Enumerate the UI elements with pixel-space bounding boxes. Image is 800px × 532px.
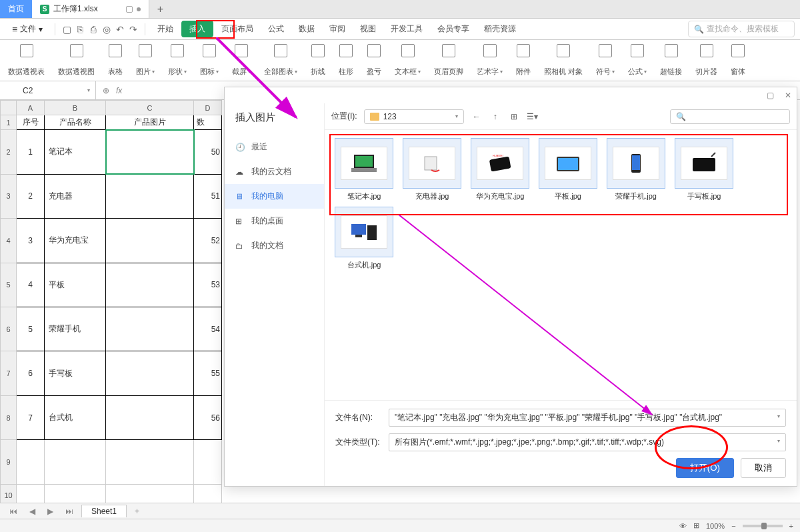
row-header[interactable]: 5 bbox=[1, 263, 17, 307]
sheet-next-icon[interactable]: ▶ bbox=[43, 507, 57, 516]
ribbon-照相机 对象[interactable]: 照相机 对象 bbox=[541, 43, 585, 78]
cancel-button[interactable]: 取消 bbox=[741, 458, 786, 478]
file-thumb[interactable]: 平板.jpg bbox=[537, 138, 599, 201]
cell[interactable] bbox=[106, 130, 194, 174]
ribbon-折线[interactable]: 折线 bbox=[308, 43, 328, 78]
sheet-last-icon[interactable]: ⏭ bbox=[61, 507, 77, 516]
ribbon-艺术字[interactable]: 艺术字▾ bbox=[474, 43, 505, 78]
file-thumb[interactable]: 台式机.jpg bbox=[333, 207, 395, 270]
cell[interactable]: 51 bbox=[194, 174, 222, 218]
cell[interactable]: 53 bbox=[194, 263, 222, 307]
layout-icon[interactable]: ⊞ bbox=[693, 521, 699, 530]
menu-tab-5[interactable]: 审阅 bbox=[323, 23, 352, 35]
cell[interactable] bbox=[106, 307, 194, 351]
ribbon-数据透视图[interactable]: 数据透视图 bbox=[55, 43, 97, 78]
cell[interactable]: 52 bbox=[194, 219, 222, 263]
tab-home[interactable]: 首页 bbox=[0, 0, 32, 18]
ribbon-超链接[interactable]: 超链接 bbox=[657, 43, 685, 78]
view-icon[interactable]: ☰▾ bbox=[527, 111, 539, 123]
row-header[interactable]: 4 bbox=[1, 219, 17, 263]
cell[interactable]: 1 bbox=[17, 130, 45, 174]
cell[interactable] bbox=[106, 351, 194, 395]
ribbon-表格[interactable]: 表格 bbox=[105, 43, 125, 78]
open-icon[interactable]: ⎘ bbox=[74, 23, 86, 35]
back-icon[interactable]: ← bbox=[471, 111, 483, 123]
cell[interactable]: 序号 bbox=[17, 115, 45, 130]
cell[interactable]: 数 bbox=[194, 115, 222, 130]
select-all-corner[interactable] bbox=[1, 101, 17, 115]
ribbon-页眉页脚[interactable]: 页眉页脚 bbox=[431, 43, 466, 78]
file-menu[interactable]: ≡ 文件 ▾ bbox=[5, 23, 49, 35]
menu-tab-0[interactable]: 开始 bbox=[151, 23, 180, 35]
cell[interactable]: 56 bbox=[194, 395, 222, 440]
ribbon-柱形[interactable]: 柱形 bbox=[336, 43, 356, 78]
cell[interactable]: 55 bbox=[194, 351, 222, 395]
cell[interactable]: 3 bbox=[17, 219, 45, 263]
file-thumb[interactable]: 笔记本.jpg bbox=[333, 138, 395, 201]
ribbon-文本框[interactable]: 文本框▾ bbox=[392, 43, 423, 78]
ribbon-符号[interactable]: 符号▾ bbox=[593, 43, 617, 78]
print-icon[interactable]: ⎙ bbox=[87, 23, 99, 35]
cell[interactable]: 2 bbox=[17, 174, 45, 218]
cell[interactable]: 荣耀手机 bbox=[45, 307, 106, 351]
sidebar-item-clock[interactable]: 🕘最近 bbox=[225, 135, 324, 159]
zoom-in-icon[interactable]: + bbox=[789, 522, 793, 530]
close-icon[interactable]: ✕ bbox=[785, 91, 791, 100]
tab-file[interactable]: S 工作簿1.xlsx bbox=[32, 0, 149, 18]
cell[interactable] bbox=[106, 263, 194, 307]
menu-tab-8[interactable]: 会员专享 bbox=[431, 23, 476, 35]
location-input[interactable]: 123 ▾ bbox=[364, 109, 464, 124]
menu-tab-6[interactable]: 视图 bbox=[353, 23, 383, 35]
col-header-C[interactable]: C bbox=[106, 101, 194, 115]
sheet-tab[interactable]: Sheet1 bbox=[81, 505, 127, 517]
sheet-first-icon[interactable]: ⏮ bbox=[5, 507, 21, 516]
menu-tab-4[interactable]: 数据 bbox=[292, 23, 321, 35]
sheet-prev-icon[interactable]: ◀ bbox=[25, 507, 39, 516]
cell[interactable] bbox=[106, 395, 194, 440]
tab-new[interactable]: + bbox=[149, 0, 171, 18]
undo-icon[interactable]: ↶ bbox=[114, 23, 126, 35]
file-thumb[interactable]: 充电器.jpg bbox=[401, 138, 463, 201]
cell[interactable]: 充电器 bbox=[45, 174, 106, 218]
file-thumb[interactable]: 荣耀手机.jpg bbox=[605, 138, 667, 201]
row-header-1[interactable]: 1 bbox=[1, 115, 17, 130]
row-header[interactable]: 8 bbox=[1, 395, 17, 440]
ribbon-图片[interactable]: 图片▾ bbox=[133, 43, 157, 78]
menu-tab-7[interactable]: 开发工具 bbox=[384, 23, 429, 35]
ribbon-全部图表[interactable]: 全部图表▾ bbox=[261, 43, 300, 78]
spreadsheet[interactable]: A B C D 1 序号 产品名称 产品图片 数 21笔记本5032充电器514… bbox=[0, 100, 222, 507]
cell[interactable]: 平板 bbox=[45, 263, 106, 307]
cell[interactable]: 50 bbox=[194, 130, 222, 174]
up-icon[interactable]: ↑ bbox=[489, 111, 501, 123]
ribbon-数据透视表[interactable]: 数据透视表 bbox=[5, 43, 47, 78]
cell[interactable]: 手写板 bbox=[45, 351, 106, 395]
ribbon-窗体[interactable]: 窗体 bbox=[728, 43, 748, 78]
row-header[interactable]: 6 bbox=[1, 307, 17, 351]
sidebar-item-cloud[interactable]: ☁我的云文档 bbox=[225, 159, 324, 184]
cell[interactable]: 华为充电宝 bbox=[45, 219, 106, 263]
cell[interactable]: 6 bbox=[17, 351, 45, 395]
filename-input[interactable]: "笔记本.jpg" "充电器.jpg" "华为充电宝.jpg" "平板.jpg"… bbox=[389, 409, 786, 427]
file-thumb[interactable]: 手写板.jpg bbox=[673, 138, 735, 201]
add-sheet-icon[interactable]: + bbox=[131, 507, 143, 516]
menu-tab-9[interactable]: 稻壳资源 bbox=[477, 23, 523, 35]
cell[interactable] bbox=[106, 174, 194, 218]
ribbon-图标[interactable]: 图标▾ bbox=[197, 43, 221, 78]
row-header[interactable]: 7 bbox=[1, 351, 17, 395]
preview-icon[interactable]: ◎ bbox=[101, 23, 113, 35]
sidebar-item-desktop[interactable]: ⊞我的桌面 bbox=[225, 209, 324, 233]
zoom-slider[interactable] bbox=[743, 525, 783, 527]
menu-tab-1[interactable]: 插入 bbox=[181, 21, 213, 37]
filetype-input[interactable]: 所有图片(*.emf;*.wmf;*.jpg;*.jpeg;*.jpe;*.pn… bbox=[389, 433, 786, 451]
col-header-D[interactable]: D bbox=[194, 101, 222, 115]
cell[interactable]: 产品图片 bbox=[106, 115, 194, 130]
dialog-search[interactable]: 🔍 bbox=[670, 109, 790, 124]
cell[interactable] bbox=[106, 219, 194, 263]
ribbon-形状[interactable]: 形状▾ bbox=[165, 43, 189, 78]
ribbon-切片器[interactable]: 切片器 bbox=[693, 43, 720, 78]
menu-tab-3[interactable]: 公式 bbox=[261, 23, 291, 35]
cell[interactable]: 台式机 bbox=[45, 395, 106, 440]
cell[interactable]: 54 bbox=[194, 307, 222, 351]
cell[interactable]: 笔记本 bbox=[45, 130, 106, 174]
sidebar-item-monitor[interactable]: 🖥我的电脑 bbox=[225, 184, 324, 209]
